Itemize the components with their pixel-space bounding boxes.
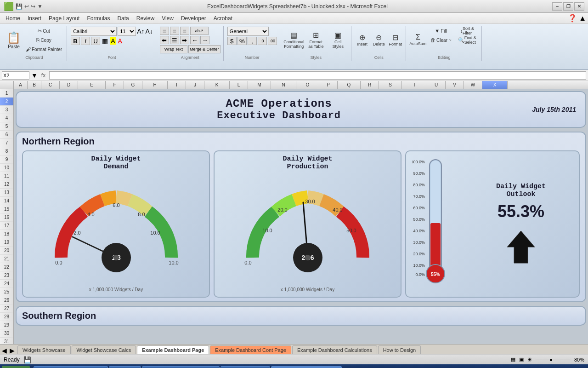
underline-button[interactable]: U <box>91 37 100 45</box>
border-icon[interactable]: ▦ <box>102 37 108 45</box>
tab-example-dashboard-page[interactable]: Example Dashboard Page <box>137 345 209 354</box>
start-button[interactable]: ⊞ Start <box>2 366 30 368</box>
tab-widget-showcase-calcs[interactable]: Widget Showcase Calcs <box>72 345 136 354</box>
format-button[interactable]: ⊟ Format <box>388 27 403 52</box>
autosum-button[interactable]: Σ AutoSum <box>410 27 426 52</box>
percent-button[interactable]: % <box>237 37 247 45</box>
clear-label: Clear ~ <box>436 38 452 43</box>
menu-home[interactable]: Home <box>2 14 24 23</box>
italic-button[interactable]: I <box>81 37 90 45</box>
decrease-font-icon[interactable]: A↓ <box>145 28 153 35</box>
taskbar-item-3[interactable]: 🎨 Untitled - Paint <box>220 366 270 368</box>
delete-button[interactable]: ⊖ Delete <box>372 27 386 52</box>
taskbar-item-2[interactable]: 📧 Inbox - Mozilla Thunderbird <box>142 366 220 368</box>
ribbon-collapse-icon[interactable]: ▲ <box>579 14 586 23</box>
cell-reference-input[interactable] <box>2 71 29 80</box>
find-select-button[interactable]: 🔍 Find &Select <box>456 36 479 44</box>
menu-review[interactable]: Review <box>133 14 158 23</box>
align-top-left-button[interactable]: ≡ <box>160 27 169 35</box>
font-family-select[interactable]: Calibri <box>71 27 117 36</box>
sort-filter-button[interactable]: ↕ Sort &Filter <box>456 27 479 35</box>
taskbar-item-0[interactable]: 🌐 1 of 1 uploaded - YouTu... <box>34 366 108 368</box>
tab-how-to-design[interactable]: How to Design <box>378 345 421 354</box>
align-left-button[interactable]: ⬅ <box>160 36 169 44</box>
increase-indent-button[interactable]: → <box>200 36 209 44</box>
formula-input[interactable] <box>49 71 586 80</box>
paste-button[interactable]: 📋 Paste <box>5 27 23 53</box>
increase-decimal-button[interactable]: .00 <box>268 37 277 45</box>
number-format-select[interactable]: General <box>227 27 269 36</box>
align-top-center-button[interactable]: ≡ <box>170 27 179 35</box>
currency-button[interactable]: $ <box>227 37 237 45</box>
decrease-indent-button[interactable]: ← <box>190 36 199 44</box>
demand-gauge-svg: 0.0 2.0 4.0 6.0 8.0 10.0 10.0 1.8 <box>47 184 185 276</box>
formula-function-icon[interactable]: fx <box>40 72 47 79</box>
copy-button[interactable]: ⎘ Copy <box>24 36 64 44</box>
quick-access-undo[interactable]: ↩ <box>24 3 29 10</box>
minimize-button[interactable]: – <box>552 2 562 11</box>
decrease-decimal-button[interactable]: .0 <box>258 37 267 45</box>
row-num-21: 21 <box>0 255 13 263</box>
quick-access-save[interactable]: 💾 <box>16 3 23 10</box>
col-header-N: N <box>271 81 296 89</box>
menu-acrobat[interactable]: Acrobat <box>210 14 236 23</box>
taskbar-item-4[interactable]: 📊 Microsoft Excel - Exce... <box>271 366 342 368</box>
insert-icon: ⊕ <box>359 33 365 42</box>
orientation-button[interactable]: ab↗ <box>190 27 209 35</box>
view-normal-icon[interactable]: ▦ <box>511 356 515 362</box>
increase-font-icon[interactable]: A↑ <box>137 28 144 35</box>
format-icon: ⊟ <box>392 33 398 42</box>
insert-label: Insert <box>357 42 368 46</box>
conditional-formatting-button[interactable]: ▤ ConditionalFormatting <box>284 27 304 52</box>
menu-data[interactable]: Data <box>113 14 132 23</box>
menu-formulas[interactable]: Formulas <box>83 14 113 23</box>
insert-button[interactable]: ⊕ Insert <box>355 27 370 52</box>
comma-button[interactable]: , <box>248 37 257 45</box>
tab-example-dashboard-calcs[interactable]: Example Dashboard Calculations <box>292 345 377 354</box>
quick-access-redo[interactable]: ↪ <box>31 3 35 10</box>
sheet-nav-right-icon[interactable]: ▶ <box>10 347 15 354</box>
formula-dropdown-icon[interactable]: ▼ <box>31 72 38 79</box>
wrap-text-button[interactable]: Wrap Text <box>160 45 187 53</box>
menu-page-layout[interactable]: Page Layout <box>45 14 83 23</box>
title-bar-left: 🟩 💾 ↩ ↪ ▼ <box>4 1 43 12</box>
svg-text:50.0%: 50.0% <box>413 217 425 222</box>
cell-styles-button[interactable]: ▣ CellStyles <box>328 27 348 52</box>
row-num-29: 29 <box>0 321 13 329</box>
dashboard-title-center: ACME Operations Executive Dashboard <box>26 98 532 121</box>
taskbar-item-1[interactable]: 📹 Video2 <box>109 366 141 368</box>
restore-button[interactable]: ❐ <box>563 2 573 11</box>
format-painter-button[interactable]: 🖌 Format Painter <box>24 45 64 53</box>
cut-button[interactable]: ✂ Cut <box>24 27 64 35</box>
menu-insert[interactable]: Insert <box>24 14 45 23</box>
merge-center-button[interactable]: Merge & Center <box>188 45 220 53</box>
quick-access-more[interactable]: ▼ <box>37 3 43 10</box>
tab-example-dashboard-cont[interactable]: Example Dashboard Cont Page <box>210 345 291 354</box>
menu-view[interactable]: View <box>158 14 177 23</box>
tab-widgets-showcase[interactable]: Widgets Showcase <box>17 345 71 354</box>
fill-button[interactable]: ▼ Fill <box>427 27 455 35</box>
clear-button[interactable]: 🗑 Clear ~ <box>427 36 455 44</box>
clipboard-small-btns: ✂ Cut ⎘ Copy 🖌 Format Painter <box>24 27 64 53</box>
sheet-nav-left-icon[interactable]: ◀ <box>2 347 7 354</box>
help-icon[interactable]: ❓ <box>568 14 577 23</box>
outlook-arrow-svg <box>503 229 539 265</box>
align-center-button[interactable]: ☰ <box>170 36 179 44</box>
view-layout-icon[interactable]: ▣ <box>519 356 524 362</box>
svg-text:0.0%: 0.0% <box>415 272 425 277</box>
view-pagebreak-icon[interactable]: ⊞ <box>527 356 531 362</box>
menu-developer[interactable]: Developer <box>177 14 210 23</box>
font-size-select[interactable]: 11 <box>118 27 136 36</box>
font-color-icon[interactable]: A <box>117 37 123 45</box>
svg-text:30.0%: 30.0% <box>413 240 425 245</box>
close-button[interactable]: ✕ <box>574 2 584 11</box>
zoom-slider[interactable]: ────●───── <box>535 357 571 362</box>
align-right-button[interactable]: ➡ <box>180 36 189 44</box>
row-num-25: 25 <box>0 288 13 296</box>
bold-button[interactable]: B <box>71 37 80 45</box>
fill-color-icon[interactable]: A <box>110 37 116 45</box>
spreadsheet-content[interactable]: ACME Operations Executive Dashboard July… <box>14 89 588 344</box>
align-top-row: ≡ ≡ ≡ ab↗ <box>160 27 220 35</box>
align-top-right-button[interactable]: ≡ <box>180 27 189 35</box>
format-table-button[interactable]: ⊞ Formatas Table <box>306 27 326 52</box>
